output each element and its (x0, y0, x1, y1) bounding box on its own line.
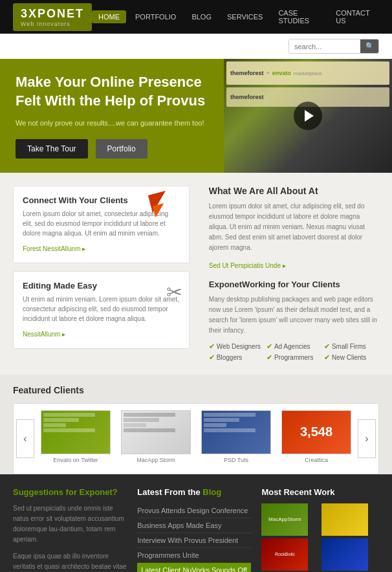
logo: 3XPONET Web Innovators (13, 3, 92, 31)
search-wrap: 🔍 (289, 39, 379, 54)
right-section-2: ExponetWorking for Your Clients Many des… (209, 280, 379, 362)
blog-link-3[interactable]: Interview With Provus President (137, 533, 251, 548)
work-title: Most Recent Work (261, 487, 379, 497)
blog-link-1[interactable]: Provus Attends Design Conference (137, 503, 251, 518)
footer-col-blog: Latest From the Blog Provus Attends Desi… (137, 487, 251, 572)
hero-video[interactable]: themeforest + envato marketplace themefo… (224, 59, 392, 173)
hero-section: Make Your Online Presence Felt With the … (0, 59, 392, 173)
client-programmers: ✔Programmers (267, 353, 321, 362)
carousel-items: Envato on Twitter MacApp Storm (34, 410, 358, 467)
feature-2-link[interactable]: NessitAllunm ▸ (23, 331, 65, 338)
suggestions-text-2: Eaque ipsa quae ab illo inventore verita… (13, 551, 127, 572)
hero-subtitle: We not only prove our results....we can … (16, 118, 208, 129)
client-label-creattica: Creattica (305, 457, 328, 467)
client-item-psd: PSD Tuts (201, 410, 272, 467)
right-section-1: What We Are All About At Lorem ipsum dol… (209, 186, 379, 269)
client-thumb-envato (41, 410, 111, 454)
client-label-macapp: MacApp Storm (136, 457, 175, 467)
logo-sub: Web Innovators (21, 21, 71, 27)
scissors-icon: ✂ (166, 281, 182, 303)
work-item-2 (321, 503, 368, 536)
client-item-creattica: 3,548 Creattica (281, 410, 352, 467)
thumb-content (41, 411, 110, 454)
search-button[interactable]: 🔍 (360, 39, 379, 53)
client-thumb-macapp (121, 410, 191, 454)
header: 3XPONET Web Innovators HOME PORTFOLIO BL… (0, 0, 392, 34)
client-label-psd: PSD Tuts (224, 457, 248, 467)
logo-text: 3XPONET (21, 7, 84, 21)
right-text-1: Lorem ipsum dolor sit amet, clur adipisc… (209, 201, 379, 253)
hero-title: Make Your Online Presence Felt With the … (16, 73, 208, 110)
footer-col-work: Most Recent Work MacAppStorm RockBolic (261, 487, 379, 572)
clients-carousel: ‹ Envato on Twitter (13, 403, 379, 474)
nav-case-studies[interactable]: CASE STUDIES (272, 6, 327, 27)
check-icon: ✔ (209, 353, 215, 362)
client-label-envato: Envato on Twitter (53, 457, 98, 467)
play-arrow-icon (305, 110, 314, 122)
featured-clients-title: Featured Clients (13, 385, 379, 395)
right-title-2: ExponetWorking for Your Clients (209, 280, 379, 289)
check-icon: ✔ (324, 342, 330, 351)
nav-services[interactable]: SERVICES (221, 10, 269, 23)
client-ad-agencies: ✔Ad Agencies (267, 342, 321, 351)
search-bar: 🔍 (0, 34, 392, 59)
nav-home[interactable]: HOME (92, 10, 126, 23)
blog-link-2[interactable]: Business Apps Made Easy (137, 518, 251, 533)
portfolio-button[interactable]: Portfolio (96, 139, 147, 159)
suggestions-title: Suggestions for Exponet? (13, 487, 127, 497)
carousel-next-button[interactable]: › (358, 419, 376, 458)
client-item-envato: Envato on Twitter (40, 410, 111, 467)
features-right: What We Are All About At Lorem ipsum dol… (202, 186, 379, 362)
right-text-2: Many desktop publishing packages and web… (209, 294, 379, 336)
play-button[interactable] (294, 102, 322, 130)
hero-buttons: Take The Tour Portfolio (16, 139, 208, 159)
features-section: Connect With Your Clients Lorem ipsum do… (0, 173, 392, 375)
feature-card-2: Editing Made Easy Ut enim ad minim venia… (13, 271, 190, 349)
arrow-icon (150, 193, 182, 225)
client-thumb-psd (201, 410, 271, 454)
check-icon: ✔ (267, 353, 272, 362)
thumb-content-psd (202, 411, 270, 454)
client-new-clients: ✔New Clients (324, 353, 379, 362)
suggestions-text-1: Sed ut perspiciatis unde omnis iste natu… (13, 503, 127, 545)
feature-card-1: Connect With Your Clients Lorem ipsum do… (13, 186, 190, 263)
clients-grid: ✔Web Designers ✔Ad Agencies ✔Small Firms… (209, 342, 379, 362)
nav-contact[interactable]: CONTACT US (329, 6, 379, 27)
featured-clients-section: Featured Clients ‹ Envato on Twitter (0, 375, 392, 474)
feature-2-text: Ut enim ad minim veniam. Lorem ipsum dol… (23, 294, 180, 324)
right-link-1[interactable]: Sed Ut Perspiciatis Unde ▸ (209, 262, 379, 269)
client-thumb-creattica: 3,548 (281, 410, 351, 454)
blog-link-5[interactable]: Latest Client NuVorks Sounds Off (137, 563, 251, 572)
hero-left: Make Your Online Presence Felt With the … (0, 59, 224, 173)
nav-blog[interactable]: BLOG (185, 10, 218, 23)
creattica-number: 3,548 (300, 424, 332, 439)
client-item-macapp: MacApp Storm (120, 410, 191, 467)
nav-portfolio[interactable]: PORTFOLIO (129, 10, 182, 23)
footer-col-suggestions: Suggestions for Exponet? Sed ut perspici… (13, 487, 127, 572)
take-tour-button[interactable]: Take The Tour (16, 139, 88, 159)
main-nav: HOME PORTFOLIO BLOG SERVICES CASE STUDIE… (92, 6, 379, 27)
work-item-4 (321, 538, 368, 571)
blog-link-4[interactable]: Programmers Unite (137, 548, 251, 563)
check-icon: ✔ (267, 342, 272, 351)
footer-top: Suggestions for Exponet? Sed ut perspici… (0, 474, 392, 572)
thumb-content-mac (122, 411, 190, 454)
feature-2-title: Editing Made Easy (23, 281, 180, 291)
work-item-3: RockBolic (261, 538, 308, 571)
check-icon: ✔ (209, 342, 215, 351)
check-icon: ✔ (324, 353, 330, 362)
blog-title: Latest From the Blog (137, 487, 251, 497)
client-small-firms: ✔Small Firms (324, 342, 379, 351)
search-input[interactable] (289, 40, 360, 53)
right-title-1: What We Are All About At (209, 186, 379, 196)
client-web-designers: ✔Web Designers (209, 342, 264, 351)
features-left: Connect With Your Clients Lorem ipsum do… (13, 186, 190, 362)
work-grid: MacAppStorm RockBolic (261, 503, 379, 571)
client-bloggers: ✔Bloggers (209, 353, 264, 362)
feature-1-link[interactable]: Forest NessitAllunm ▸ (23, 245, 85, 252)
carousel-prev-button[interactable]: ‹ (16, 419, 34, 458)
video-background: themeforest + envato marketplace themefo… (224, 59, 392, 173)
work-item-1: MacAppStorm (261, 503, 308, 536)
